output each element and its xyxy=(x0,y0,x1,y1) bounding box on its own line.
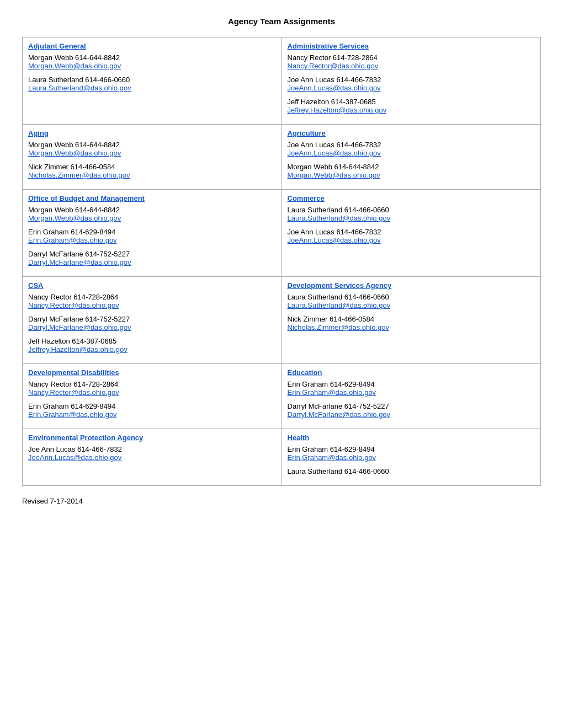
table-row: Environmental Protection Agency Joe Ann … xyxy=(23,429,541,486)
contact-block: Laura Sutherland 614-466-0660 xyxy=(288,467,535,475)
contact-email[interactable]: Jeffrey.Hazelton@das.ohio.gov xyxy=(28,345,276,354)
contact-email[interactable]: Nancy.Rector@das.ohio.gov xyxy=(28,301,276,309)
contact-block: Morgan Webb 614-644-8842 Morgan.Webb@das… xyxy=(288,163,535,179)
agency-commerce[interactable]: Commerce xyxy=(288,194,535,202)
agency-csa[interactable]: CSA xyxy=(28,281,276,290)
cell-health: Health Erin Graham 614-629-8494 Erin.Gra… xyxy=(282,429,541,486)
contact-email[interactable]: Nancy.Rector@das.ohio.gov xyxy=(28,388,276,397)
contact-name: Morgan Webb 614-644-8842 xyxy=(288,163,535,171)
contact-email[interactable]: Darryl.McFarlane@das.ohio.gov xyxy=(28,323,276,331)
contact-email[interactable]: Nicholas.Zimmer@das.ohio.gov xyxy=(288,323,535,331)
contact-name: Laura Sutherland 614-466-0660 xyxy=(288,206,535,214)
table-row: Developmental Disabilities Nancy Rector … xyxy=(23,364,541,429)
contact-email[interactable]: Jeffrey.Hazelton@das.ohio.gov xyxy=(288,106,535,114)
contact-name: Erin Graham 614-629-8494 xyxy=(28,402,276,410)
contact-block: Morgan Webb 614-644-8842 Morgan.Webb@das… xyxy=(28,206,276,222)
contact-block: Nancy Rector 614-728-2864 Nancy.Rector@d… xyxy=(28,380,276,397)
contact-block: Laura Sutherland 614-466-0660 Laura.Suth… xyxy=(288,206,535,222)
contact-name: Morgan Webb 614-644-8842 xyxy=(28,206,276,214)
table-row: Adjutant General Morgan Webb 614-644-884… xyxy=(23,38,541,125)
contact-block: Jeff Hazelton 614-387-0685 Jeffrey.Hazel… xyxy=(288,98,535,114)
contact-block: Morgan Webb 614-644-8842 Morgan.Webb@das… xyxy=(28,53,276,70)
cell-csa: CSA Nancy Rector 614-728-2864 Nancy.Rect… xyxy=(23,277,282,364)
contact-block: Erin Graham 614-629-8494 Erin.Graham@das… xyxy=(28,402,276,419)
agency-aging[interactable]: Aging xyxy=(28,129,276,137)
contact-email[interactable]: Erin.Graham@das.ohio.gov xyxy=(28,236,276,244)
contact-block: Nick Zimmer 614-466-0584 Nicholas.Zimmer… xyxy=(288,315,535,331)
contact-email[interactable]: JoeAnn.Lucas@das.ohio.gov xyxy=(288,236,535,244)
cell-aging: Aging Morgan Webb 614-644-8842 Morgan.We… xyxy=(23,125,282,190)
cell-commerce: Commerce Laura Sutherland 614-466-0660 L… xyxy=(282,190,541,277)
contact-name: Joe Ann Lucas 614-466-7832 xyxy=(288,76,535,84)
contact-name: Laura Sutherland 614-466-0660 xyxy=(28,76,276,84)
table-row: Office of Budget and Management Morgan W… xyxy=(23,190,541,277)
contact-email[interactable]: Darryl.McFarlane@das.ohio.gov xyxy=(288,410,535,419)
contact-name: Joe Ann Lucas 614-466-7832 xyxy=(288,141,535,149)
contact-name: Erin Graham 614-629-8494 xyxy=(28,228,276,236)
agency-obm[interactable]: Office of Budget and Management xyxy=(28,194,276,202)
contact-email[interactable]: Erin.Graham@das.ohio.gov xyxy=(288,453,535,462)
contact-block: Darryl McFarlane 614-752-5227 Darryl.McF… xyxy=(28,315,276,331)
revised-date: Revised 7-17-2014 xyxy=(22,497,541,505)
contact-block: Joe Ann Lucas 614-466-7832 JoeAnn.Lucas@… xyxy=(288,76,535,92)
contact-block: Morgan Webb 614-644-8842 Morgan.Webb@das… xyxy=(28,141,276,157)
agency-education[interactable]: Education xyxy=(288,368,535,377)
contact-block: Nancy Rector 614-728-2864 Nancy.Rector@d… xyxy=(28,293,276,309)
contact-block: Laura Sutherland 614-466-0660 Laura.Suth… xyxy=(288,293,535,309)
contact-email[interactable]: Nicholas.Zimmer@das.ohio.gov xyxy=(28,171,276,179)
contact-email[interactable]: JoeAnn.Lucas@das.ohio.gov xyxy=(28,453,276,462)
cell-education: Education Erin Graham 614-629-8494 Erin.… xyxy=(282,364,541,429)
contact-name: Laura Sutherland 614-466-0660 xyxy=(288,467,535,475)
contact-block: Erin Graham 614-629-8494 Erin.Graham@das… xyxy=(28,228,276,244)
agency-health[interactable]: Health xyxy=(288,433,535,442)
contact-block: Laura Sutherland 614-466-0660 Laura.Suth… xyxy=(28,76,276,92)
cell-adjutant-general: Adjutant General Morgan Webb 614-644-884… xyxy=(23,38,282,125)
contact-block: Jeff Hazelton 614-387-0685 Jeffrey.Hazel… xyxy=(28,337,276,354)
contact-name: Morgan Webb 614-644-8842 xyxy=(28,53,276,62)
agency-administrative-services[interactable]: Administrative Services xyxy=(288,42,535,50)
cell-administrative-services: Administrative Services Nancy Rector 614… xyxy=(282,38,541,125)
contact-email[interactable]: Morgan.Webb@das.ohio.gov xyxy=(28,62,276,70)
cell-dsa: Development Services Agency Laura Suther… xyxy=(282,277,541,364)
contact-email[interactable]: Morgan.Webb@das.ohio.gov xyxy=(28,214,276,222)
contact-name: Darryl McFarlane 614-752-5227 xyxy=(288,402,535,410)
contact-email[interactable]: Erin.Graham@das.ohio.gov xyxy=(288,388,535,397)
agency-adjutant-general[interactable]: Adjutant General xyxy=(28,42,276,50)
agency-developmental-disabilities[interactable]: Developmental Disabilities xyxy=(28,368,276,377)
contact-email[interactable]: Erin.Graham@das.ohio.gov xyxy=(28,410,276,419)
contact-email[interactable]: Laura.Sutherland@das.ohio.gov xyxy=(288,301,535,309)
contact-name: Erin Graham 614-629-8494 xyxy=(288,445,535,453)
contact-email[interactable]: Laura.Sutherland@das.ohio.gov xyxy=(288,214,535,222)
contact-block: Nancy Rector 614-728-2864 Nancy.Rector@d… xyxy=(288,53,535,70)
contact-block: Nick Zimmer 614-466-0584 Nicholas.Zimmer… xyxy=(28,163,276,179)
agency-dsa[interactable]: Development Services Agency xyxy=(288,281,535,290)
contact-name: Nick Zimmer 614-466-0584 xyxy=(288,315,535,323)
contact-email[interactable]: JoeAnn.Lucas@das.ohio.gov xyxy=(288,84,535,92)
agency-epa[interactable]: Environmental Protection Agency xyxy=(28,433,276,442)
contact-block: Erin Graham 614-629-8494 Erin.Graham@das… xyxy=(288,445,535,462)
contact-name: Nick Zimmer 614-466-0584 xyxy=(28,163,276,171)
contact-name: Jeff Hazelton 614-387-0685 xyxy=(28,337,276,345)
table-row: Aging Morgan Webb 614-644-8842 Morgan.We… xyxy=(23,125,541,190)
contact-name: Darryl McFarlane 614-752-5227 xyxy=(28,250,276,258)
contact-email[interactable]: Darryl.McFarlane@das.ohio.gov xyxy=(28,258,276,266)
table-row: CSA Nancy Rector 614-728-2864 Nancy.Rect… xyxy=(23,277,541,364)
cell-developmental-disabilities: Developmental Disabilities Nancy Rector … xyxy=(23,364,282,429)
contact-block: Erin Graham 614-629-8494 Erin.Graham@das… xyxy=(288,380,535,397)
contact-email[interactable]: Morgan.Webb@das.ohio.gov xyxy=(28,149,276,157)
contact-email[interactable]: Nancy.Rector@das.ohio.gov xyxy=(288,62,535,70)
cell-epa: Environmental Protection Agency Joe Ann … xyxy=(23,429,282,486)
contact-email[interactable]: JoeAnn.Lucas@das.ohio.gov xyxy=(288,149,535,157)
agency-agriculture[interactable]: Agriculture xyxy=(288,129,535,137)
contact-email[interactable]: Morgan.Webb@das.ohio.gov xyxy=(288,171,535,179)
contact-name: Nancy Rector 614-728-2864 xyxy=(288,53,535,62)
page-title: Agency Team Assignments xyxy=(22,17,541,26)
contact-name: Jeff Hazelton 614-387-0685 xyxy=(288,98,535,106)
contact-name: Laura Sutherland 614-466-0660 xyxy=(288,293,535,301)
cell-agriculture: Agriculture Joe Ann Lucas 614-466-7832 J… xyxy=(282,125,541,190)
contact-email[interactable]: Laura.Sutherland@das.ohio.gov xyxy=(28,84,276,92)
contact-block: Darryl McFarlane 614-752-5227 Darryl.McF… xyxy=(288,402,535,419)
contact-name: Joe Ann Lucas 614-466-7832 xyxy=(28,445,276,453)
contact-block: Joe Ann Lucas 614-466-7832 JoeAnn.Lucas@… xyxy=(28,445,276,462)
contact-name: Darryl McFarlane 614-752-5227 xyxy=(28,315,276,323)
